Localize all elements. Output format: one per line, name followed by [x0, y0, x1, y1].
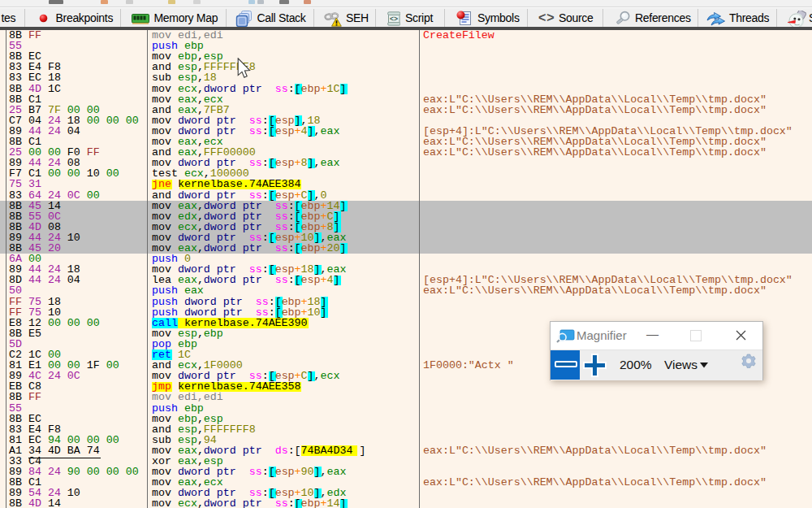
svg-text:<>: <> [390, 15, 398, 23]
